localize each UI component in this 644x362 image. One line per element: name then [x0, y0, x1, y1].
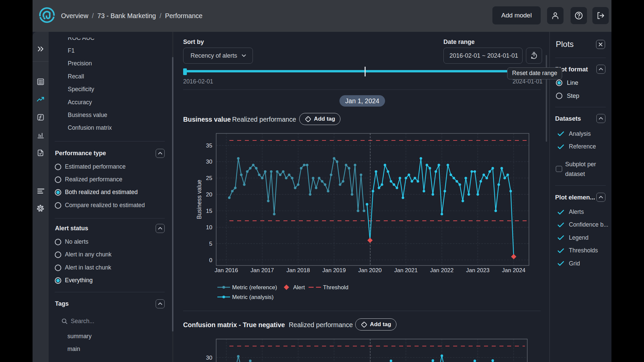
- svg-text:Jan 2019: Jan 2019: [322, 267, 346, 274]
- svg-text:Jan 2022: Jan 2022: [430, 267, 453, 274]
- svg-text:Jan 2024: Jan 2024: [502, 267, 526, 274]
- svg-text:5: 5: [209, 241, 212, 247]
- svg-text:Metric (reference): Metric (reference): [232, 284, 277, 291]
- svg-text:30: 30: [206, 159, 212, 165]
- svg-text:Alert: Alert: [293, 284, 305, 291]
- svg-text:15: 15: [206, 208, 212, 214]
- svg-text:Jan 2020: Jan 2020: [358, 267, 382, 274]
- svg-text:25: 25: [206, 175, 212, 181]
- svg-text:0: 0: [209, 257, 212, 263]
- svg-text:Jan 2016: Jan 2016: [215, 267, 238, 274]
- svg-text:Jan 2017: Jan 2017: [251, 267, 274, 274]
- svg-text:Metric (analysis): Metric (analysis): [232, 294, 274, 300]
- svg-text:10: 10: [206, 224, 212, 231]
- svg-text:Threshold: Threshold: [323, 284, 348, 291]
- svg-text:Jan 2023: Jan 2023: [466, 267, 489, 274]
- svg-text:Business value: Business value: [196, 180, 203, 219]
- svg-text:20: 20: [206, 191, 212, 198]
- svg-text:35: 35: [206, 142, 212, 149]
- svg-text:Jan 2021: Jan 2021: [394, 267, 418, 274]
- svg-text:30: 30: [206, 355, 212, 361]
- svg-text:Jan 2018: Jan 2018: [286, 267, 310, 274]
